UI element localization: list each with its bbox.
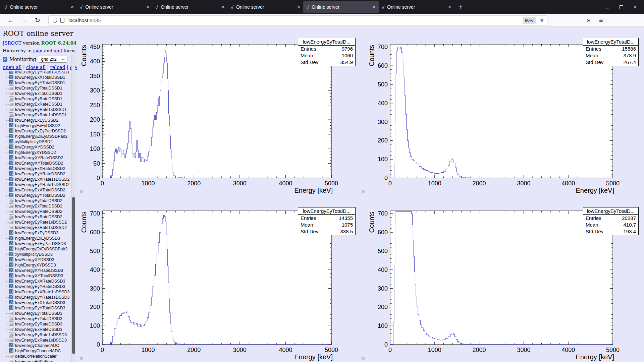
tree-item[interactable]: lowEnergyExRate1sDSSD3 [4, 338, 73, 343]
tree-item[interactable]: highEnergyExEyDSSDPair2 [4, 134, 73, 139]
new-tab-button[interactable]: + [454, 3, 468, 11]
tree-item[interactable]: lowEnergyEyYRate1sDSSD3 [4, 295, 73, 300]
tree-item[interactable]: lowEnergyExTotalDSSD2 [4, 203, 73, 209]
url-bar[interactable]: localhost :8085 90% ★ [48, 15, 547, 25]
xml-link[interactable]: xml [54, 48, 62, 53]
histogram-panel-2[interactable]: 0100020003000400050000100200300400500600… [368, 44, 620, 194]
close-window-button[interactable]: × [633, 4, 638, 10]
minimize-button[interactable] [604, 4, 610, 10]
tab-online-server-1[interactable]: √Online server× [1, 1, 77, 13]
tree-item[interactable]: lowEnergyExTotalDSSD1 [4, 91, 73, 96]
tree-item[interactable]: lowEnergyExRateDSSD3 [4, 327, 73, 332]
tree-item[interactable]: xyMultiplicityDSSD3 [4, 252, 73, 257]
tree-item[interactable]: lowEnergyExRate1sDSSD1 [4, 112, 73, 118]
reload-icon[interactable]: ↻ [35, 17, 40, 23]
tree-item[interactable]: lowEnergyEyRate1sDSSD1 [4, 107, 73, 112]
tree-item[interactable]: highEnergyExEyDSSD3 [4, 236, 73, 241]
jsroot-link[interactable]: JSROOT [3, 40, 21, 46]
tab-close-icon[interactable]: × [222, 4, 225, 10]
tree-item[interactable]: highEnergyXYDSSD3 [4, 262, 73, 268]
tree-item[interactable]: lowEnergyExEyPairDSSD2 [4, 128, 73, 134]
tab-close-icon[interactable]: × [71, 4, 74, 10]
tree-item[interactable]: lowEnergyExRateDSSD1 [4, 102, 73, 107]
tree-item[interactable]: lowEnergyEyYRate1sDSSD1 [4, 71, 73, 75]
panel-resize-handle[interactable] [80, 357, 83, 360]
tab-online-server-3[interactable]: √Online server× [152, 1, 228, 13]
histogram-panel-1[interactable]: 0100020003000400050000501001502002503003… [80, 44, 338, 194]
shield-icon[interactable] [53, 18, 57, 23]
tree-item[interactable]: lowEnergyEyYRateDSSD3 [4, 284, 73, 289]
tab-close-icon[interactable]: × [373, 4, 376, 10]
panel-resize-handle[interactable] [362, 357, 365, 360]
json-link[interactable]: json [33, 48, 43, 53]
tree-item[interactable]: lowEnergyEyYRate1sDSSD2 [4, 182, 73, 187]
tree-item[interactable]: lowEnergyEyYTotalDSSD2 [4, 193, 73, 198]
tree-item[interactable]: highEnergyExEyDSSDPair3 [4, 246, 73, 252]
hamburger-menu-icon[interactable]: ≡ [599, 16, 603, 24]
tree-item[interactable]: lowEnergyXYRateDSSD2 [4, 155, 73, 161]
tree-item[interactable]: highEnergyExEyDSSD2 [4, 123, 73, 128]
bookmark-star-icon[interactable]: ★ [539, 17, 544, 24]
maximize-button[interactable] [619, 4, 624, 10]
tree-item[interactable]: lowEnergyEyYTotalDSSD1 [4, 80, 73, 85]
stats-box[interactable]: lowEnergyEyTotalD...Entries15586Mean378.… [583, 38, 639, 66]
forward-icon[interactable]: → [21, 17, 28, 23]
tree-item[interactable]: lowEnergyExXTotalDSSD3 [4, 300, 73, 305]
sidebar-scrollbar-thumb[interactable] [72, 197, 75, 354]
tree-item[interactable]: lowEnergyEyYRateDSSD2 [4, 171, 73, 177]
tree-item[interactable]: lowEnergyExEyPairDSSD3 [4, 241, 73, 246]
tree-item[interactable]: lowEnergyXYTotalDSSD3 [4, 273, 73, 279]
tree-item[interactable]: lowEnergyExXRateDSSD3 [4, 279, 73, 284]
tree-item[interactable]: lowEnergyEyTotalDSSD1 [4, 85, 73, 91]
reload-link[interactable]: reload [50, 65, 65, 70]
tree-item[interactable]: lowEnergyChannelADC [4, 343, 73, 348]
tree-item[interactable]: deltaCorrelationScaler [4, 354, 73, 359]
tree-item[interactable]: lowEnergyXYRateDSSD3 [4, 268, 73, 273]
page-info-icon[interactable] [60, 18, 64, 23]
tree-item[interactable]: lowEnergyExXRate1sDSSD2 [4, 177, 73, 182]
close-all-link[interactable]: close all [26, 65, 46, 70]
tree-item[interactable]: lowEnergyExXTotalDSSD1 [4, 75, 73, 80]
tab-online-server-5[interactable]: √Online server× [303, 1, 379, 13]
tree-item[interactable]: lowEnergyExRate1sDSSD2 [4, 225, 73, 230]
monitoring-checkbox[interactable]: ✓ [3, 57, 7, 62]
histogram-panel-4[interactable]: 0100020003000400050000100200300400500600… [368, 210, 620, 361]
tree-item[interactable]: lowEnergyExEyDSSD3 [4, 230, 73, 236]
tree-item[interactable]: lowEnergyExXRateDSSD2 [4, 166, 73, 171]
tree-item[interactable]: lowEnergyEyRateDSSD3 [4, 321, 73, 327]
grid-layout-select[interactable]: grid 2x2 [38, 56, 67, 63]
tree-item[interactable]: lowEnergyExTotalDSSD3 [4, 316, 73, 321]
tree-item[interactable]: lowEnergyEyRate1sDSSD3 [4, 332, 73, 338]
tree-item[interactable]: lowEnergyExEyDSSD2 [4, 118, 73, 123]
tree-item[interactable]: lowEnergyExXRate1sDSSD3 [4, 289, 73, 295]
overflow-menu-icon[interactable]: » [587, 17, 590, 24]
tree-item[interactable]: lowEnergyXYDSSD3 [4, 257, 73, 262]
tab-close-icon[interactable]: × [297, 4, 300, 10]
tab-online-server-6[interactable]: √Online server× [379, 1, 454, 13]
tab-online-server-4[interactable]: √Online server× [228, 1, 303, 13]
tree-item[interactable]: lowEnergyEyRateDSSD2 [4, 209, 73, 214]
stats-box[interactable]: lowEnergyEyTotalD...Entries9796Mean1060S… [298, 38, 356, 66]
tab-close-icon[interactable]: × [146, 4, 149, 10]
tree-item[interactable]: lowEnergyEyTotalDSSD3 [4, 311, 73, 316]
tree-item[interactable]: lowEnergyXYDSSD2 [4, 144, 73, 150]
tree-item[interactable]: lowEnergyExXTotalDSSD2 [4, 187, 73, 193]
tree-item[interactable]: lowEnergyXYTotalDSSD2 [4, 161, 73, 166]
tree-item[interactable]: lowEnergyHitPattern [4, 359, 73, 362]
stats-box[interactable]: lowEnergyEyTotalD...Entries20287Mean410.… [583, 207, 639, 235]
open-all-link[interactable]: open all [3, 65, 21, 70]
panel-resize-handle[interactable] [362, 190, 365, 193]
panel-resize-handle[interactable] [80, 190, 83, 193]
tree-item[interactable]: highEnergyXYDSSD2 [4, 150, 73, 155]
tree-item[interactable]: lowEnergyEyRateDSSD1 [4, 96, 73, 102]
tree-item[interactable]: lowEnergyEyTotalDSSD2 [4, 198, 73, 203]
tab-online-server-2[interactable]: √Online server× [77, 1, 152, 13]
zoom-level-badge[interactable]: 90% [523, 17, 536, 24]
tree-item[interactable]: lowEnergyExRateDSSD2 [4, 214, 73, 220]
stats-box[interactable]: lowEnergyEyTotalD...Entries14355Mean1075… [298, 207, 356, 235]
back-icon[interactable]: ← [7, 17, 14, 23]
tab-close-icon[interactable]: × [448, 4, 451, 10]
tree-item[interactable]: xyMultiplicityDSSD2 [4, 139, 73, 144]
tree-item[interactable]: lowEnergyEyYTotalDSSD3 [4, 305, 73, 311]
tree-item[interactable]: lowEnergyEyRate1sDSSD2 [4, 220, 73, 225]
